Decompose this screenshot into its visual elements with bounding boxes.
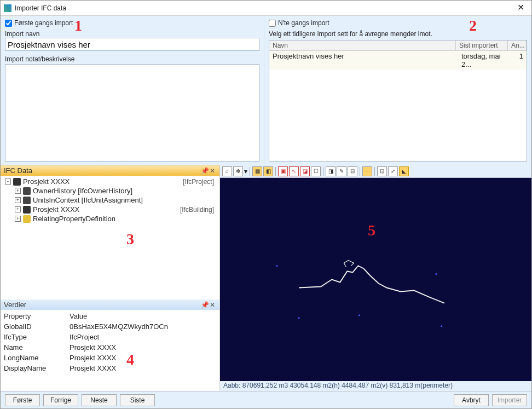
property-key: GlobalID: [4, 322, 70, 331]
property-row[interactable]: NameProsjekt XXXX: [3, 342, 217, 353]
top-area: 1 Første gangs import Import navn Import…: [1, 16, 531, 165]
node-label: UnitsInContext [IfcUnitAssignment]: [33, 196, 143, 204]
first-import-checkbox-row: Første gangs import: [5, 19, 259, 27]
first-import-checkbox[interactable]: [5, 20, 12, 27]
close-icon[interactable]: ✕: [209, 167, 216, 175]
import-name-input[interactable]: [5, 38, 259, 51]
node-label: Prosjekt XXXX: [23, 177, 70, 186]
tree-node[interactable]: +Prosjekt XXXX[IfcBuilding]: [3, 205, 217, 214]
node-label: RelatingPropertyDefinition: [33, 215, 115, 223]
node-label: Prosjekt XXXX: [33, 205, 79, 214]
property-value: 0BsHaxE5X4MQZWkydh7OCn: [70, 322, 216, 331]
property-value: Prosjekt XXXX: [70, 343, 216, 352]
tree-node[interactable]: +RelatingPropertyDefinition: [3, 214, 217, 223]
property-key: Name: [4, 343, 70, 352]
tree-node[interactable]: -Prosjekt XXXX[IfcProject]: [3, 177, 217, 186]
dots-icon[interactable]: ⋯: [362, 166, 372, 176]
prev-button[interactable]: Forrige: [43, 394, 78, 406]
property-row[interactable]: GlobalID0BsHaxE5X4MQZWkydh7OCn: [3, 321, 217, 332]
col-count[interactable]: An...: [508, 41, 527, 50]
cursor-icon[interactable]: ↖: [289, 166, 299, 176]
expand-icon[interactable]: +: [15, 197, 21, 203]
verdier-panel-header: Verdier 📌 ✕: [1, 299, 219, 310]
import-ifc-window: Importer IFC data ✕ 1 Første gangs impor…: [0, 0, 532, 409]
import-notes-textarea[interactable]: [5, 64, 259, 162]
ifc-tree: 3 -Prosjekt XXXX[IfcProject]+OwnerHistor…: [1, 176, 219, 299]
annotation-2: 2: [469, 17, 477, 34]
nth-import-checkbox-label: N'te gangs import: [278, 19, 329, 27]
expand-icon[interactable]: +: [15, 206, 21, 212]
grid-header: Navn Sist importert An...: [269, 41, 527, 51]
model-viewer[interactable]: 5: [220, 178, 531, 381]
left-column: IFC Data 📌 ✕ 3 -Prosjekt XXXX[IfcProject…: [1, 165, 219, 391]
table-row[interactable]: Prosjektnavn vises her torsdag, mai 2...…: [269, 51, 527, 70]
expand-icon[interactable]: +: [15, 216, 21, 222]
property-key: LongName: [4, 354, 70, 362]
property-col-key: Property: [4, 312, 70, 320]
chevron-down-icon[interactable]: ▾: [244, 168, 247, 175]
node-type: [IfcBuilding]: [180, 206, 217, 214]
expand-icon[interactable]: -: [5, 178, 11, 185]
view-icon[interactable]: ▦: [252, 166, 262, 176]
property-col-value: Value: [70, 312, 216, 320]
viewer-column: ⌂ ✻ ▾ ▦ ◧ ▣ ↖ ◪ ☐ ◨ ✎ ⊟ ⋯ ⊡ ⤢ ◣: [219, 165, 531, 391]
annotation-3: 3: [126, 231, 134, 248]
tree-node[interactable]: +OwnerHistory [IfcOwnerHistory]: [3, 186, 217, 195]
resize-icon[interactable]: ⤢: [388, 166, 398, 176]
window-icon[interactable]: ◨: [326, 166, 336, 176]
property-row[interactable]: DisplayNameProsjekt XXXX: [3, 363, 217, 373]
select-icon[interactable]: ▣: [278, 166, 288, 176]
cell-last: torsdag, mai 2...: [458, 51, 510, 70]
nth-import-checkbox[interactable]: [269, 20, 276, 27]
node-label: OwnerHistory [IfcOwnerHistory]: [33, 187, 132, 195]
annotation-1: 1: [74, 17, 82, 34]
previous-imports-grid: Navn Sist importert An... Prosjektnavn v…: [269, 40, 527, 162]
node-icon: [13, 178, 21, 186]
property-row[interactable]: LongNameProsjekt XXXX: [3, 353, 217, 363]
pin-icon[interactable]: 📌: [201, 301, 209, 309]
gear-icon[interactable]: ✻: [233, 166, 243, 176]
property-key: IfcType: [4, 333, 70, 341]
first-button[interactable]: Første: [5, 394, 40, 406]
property-value: IfcProject: [70, 333, 216, 341]
property-row[interactable]: IfcTypeIfcProject: [3, 332, 217, 342]
close-icon[interactable]: ✕: [209, 301, 216, 309]
highlight-icon[interactable]: ◣: [399, 166, 409, 176]
home-icon[interactable]: ⌂: [222, 166, 232, 176]
node-icon: [23, 215, 31, 223]
tree-node[interactable]: +UnitsInContext [IfcUnitAssignment]: [3, 195, 217, 205]
close-icon[interactable]: ✕: [511, 2, 530, 15]
middle-area: IFC Data 📌 ✕ 3 -Prosjekt XXXX[IfcProject…: [1, 165, 531, 391]
app-icon: [4, 4, 11, 12]
titlebar: Importer IFC data ✕: [1, 1, 531, 16]
import-button[interactable]: Importer: [492, 394, 527, 406]
cancel-button[interactable]: Avbryt: [454, 394, 489, 406]
note-icon[interactable]: ✎: [337, 166, 346, 176]
filter-icon[interactable]: ☐: [311, 166, 321, 176]
node-icon: [23, 197, 31, 204]
annotation-5: 5: [368, 222, 375, 239]
first-import-panel: 1 Første gangs import Import navn Import…: [1, 16, 264, 165]
col-last[interactable]: Sist importert: [456, 41, 508, 50]
label-icon[interactable]: ⊟: [348, 166, 357, 176]
import-name-label: Import navn: [5, 30, 259, 38]
expand-icon[interactable]: +: [15, 188, 21, 194]
node-type: [IfcProject]: [183, 178, 217, 186]
nth-import-checkbox-row: N'te gangs import: [269, 19, 527, 27]
ifc-data-panel: IFC Data 📌 ✕ 3 -Prosjekt XXXX[IfcProject…: [1, 165, 219, 299]
ifc-panel-header: IFC Data 📌 ✕: [1, 165, 219, 176]
view2-icon[interactable]: ◧: [263, 166, 273, 176]
pick-icon[interactable]: ◪: [300, 166, 310, 176]
node-icon: [23, 187, 31, 195]
last-button[interactable]: Siste: [120, 394, 155, 406]
node-icon: [23, 206, 31, 214]
next-button[interactable]: Neste: [82, 394, 117, 406]
bbox-icon[interactable]: ⊡: [377, 166, 387, 176]
window-title: Importer IFC data: [15, 4, 511, 12]
nth-import-subtitle: Velg ett tidligere import sett for å avr…: [269, 30, 527, 38]
col-name[interactable]: Navn: [269, 41, 456, 50]
import-notes-label: Import notat/beskrivelse: [5, 55, 259, 63]
pin-icon[interactable]: 📌: [201, 167, 209, 175]
annotation-4: 4: [126, 351, 134, 368]
nth-import-panel: 2 N'te gangs import Velg ett tidligere i…: [264, 16, 531, 165]
